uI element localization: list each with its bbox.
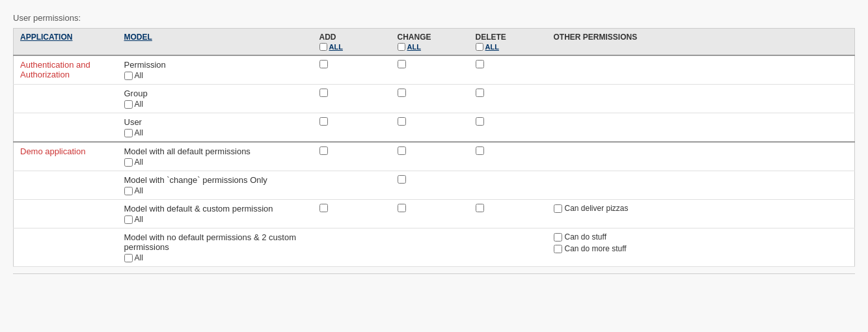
permissions-table: APPLICATION MODEL ADD ALL CHANGE — [13, 28, 855, 267]
delete-all-link[interactable]: ALL — [485, 43, 499, 51]
application-sort-link[interactable]: APPLICATION — [20, 33, 72, 42]
delete-checkbox[interactable] — [476, 60, 484, 68]
model-name: Model with no default permissions & 2 cu… — [124, 232, 306, 252]
other-perms-cell — [547, 55, 855, 85]
add-cell — [313, 55, 391, 85]
table-row: Model with default & custom permissionAl… — [14, 200, 855, 228]
model-all-label: All — [135, 158, 143, 167]
delete-cell — [469, 55, 547, 85]
other-perm-label: Can do stuff — [565, 232, 607, 242]
col-header-application: APPLICATION — [14, 29, 118, 56]
model-all-checkbox[interactable] — [124, 100, 133, 109]
model-cell: UserAll — [118, 113, 313, 143]
delete-all-checkbox[interactable] — [476, 43, 483, 51]
model-name: Model with `change` permissions Only — [124, 175, 306, 185]
add-checkbox[interactable] — [319, 117, 328, 126]
app-cell — [14, 85, 118, 113]
app-cell — [14, 171, 118, 200]
change-label: CHANGE — [398, 33, 463, 42]
model-cell: Model with default & custom permissionAl… — [118, 200, 313, 228]
model-all-label: All — [135, 253, 143, 262]
change-checkbox[interactable] — [398, 146, 406, 155]
change-checkbox[interactable] — [398, 60, 406, 68]
table-row: Demo applicationModel with all default p… — [14, 142, 855, 171]
model-cell: GroupAll — [118, 85, 313, 113]
app-name: Authentication and Authorization — [20, 60, 90, 79]
model-all-label: All — [135, 100, 143, 109]
model-all-checkbox[interactable] — [124, 129, 133, 137]
add-cell — [313, 142, 391, 171]
col-header-add: ADD ALL — [313, 29, 391, 56]
model-all-checkbox[interactable] — [124, 72, 133, 80]
table-row: Model with no default permissions & 2 cu… — [14, 228, 855, 267]
add-cell — [313, 85, 391, 113]
model-name: Model with default & custom permission — [124, 204, 306, 214]
model-name: Permission — [124, 60, 306, 70]
model-sort-link[interactable]: MODEL — [124, 33, 152, 42]
table-row: Model with `change` permissions OnlyAll — [14, 171, 855, 200]
other-perms-cell: Can deliver pizzas — [547, 200, 855, 228]
change-checkbox[interactable] — [398, 89, 406, 97]
other-perm-checkbox[interactable] — [554, 204, 562, 213]
model-name: User — [124, 117, 306, 127]
add-cell — [313, 113, 391, 143]
other-perm-checkbox[interactable] — [554, 233, 562, 242]
add-checkbox[interactable] — [319, 204, 328, 212]
app-cell — [14, 200, 118, 228]
other-perms-cell — [547, 113, 855, 143]
model-all-checkbox[interactable] — [124, 254, 133, 262]
other-perm-label: Can do more stuff — [565, 244, 627, 253]
delete-cell — [469, 171, 547, 200]
add-checkbox[interactable] — [319, 60, 328, 68]
col-header-change: CHANGE ALL — [391, 29, 469, 56]
delete-cell — [469, 85, 547, 113]
user-permissions-section: User permissions: APPLICATION MODEL ADD … — [13, 13, 855, 274]
change-cell — [391, 85, 469, 113]
bottom-divider — [13, 273, 855, 274]
model-all-checkbox[interactable] — [124, 215, 133, 224]
model-all-checkbox[interactable] — [124, 187, 133, 195]
model-all-label: All — [135, 186, 143, 195]
change-cell — [391, 200, 469, 228]
other-perms-cell: Can do stuffCan do more stuff — [547, 228, 855, 267]
other-perm-label: Can deliver pizzas — [565, 204, 629, 213]
delete-cell — [469, 200, 547, 228]
add-checkbox[interactable] — [319, 146, 328, 155]
other-perm-item: Can deliver pizzas — [554, 204, 848, 213]
other-perms-cell — [547, 85, 855, 113]
other-perm-checkbox[interactable] — [554, 245, 562, 253]
change-checkbox[interactable] — [398, 117, 406, 126]
add-all-checkbox[interactable] — [319, 43, 327, 51]
change-cell — [391, 142, 469, 171]
change-checkbox[interactable] — [398, 204, 406, 212]
change-all-checkbox[interactable] — [398, 43, 405, 51]
table-row: UserAll — [14, 113, 855, 143]
change-cell — [391, 171, 469, 200]
col-header-other: OTHER PERMISSIONS — [547, 29, 855, 56]
delete-label: DELETE — [476, 33, 541, 42]
delete-cell — [469, 142, 547, 171]
model-name: Group — [124, 89, 306, 98]
model-all-checkbox[interactable] — [124, 158, 133, 167]
model-all-label: All — [135, 128, 143, 137]
add-label: ADD — [319, 33, 385, 42]
app-cell — [14, 228, 118, 267]
model-all-label: All — [135, 215, 143, 224]
table-row: Authentication and AuthorizationPermissi… — [14, 55, 855, 85]
other-perm-item: Can do stuff — [554, 232, 848, 242]
delete-checkbox[interactable] — [476, 146, 484, 155]
delete-checkbox[interactable] — [476, 89, 484, 97]
app-cell: Authentication and Authorization — [14, 55, 118, 85]
add-cell — [313, 228, 391, 267]
delete-checkbox[interactable] — [476, 117, 484, 126]
add-cell — [313, 200, 391, 228]
app-name: Demo application — [20, 146, 85, 156]
delete-checkbox[interactable] — [476, 204, 484, 212]
model-name: Model with all default permissions — [124, 146, 306, 156]
add-checkbox[interactable] — [319, 89, 328, 97]
change-checkbox[interactable] — [398, 175, 406, 184]
add-all-link[interactable]: ALL — [329, 43, 343, 51]
app-cell: Demo application — [14, 142, 118, 171]
change-all-link[interactable]: ALL — [407, 43, 421, 51]
other-perms-cell — [547, 171, 855, 200]
